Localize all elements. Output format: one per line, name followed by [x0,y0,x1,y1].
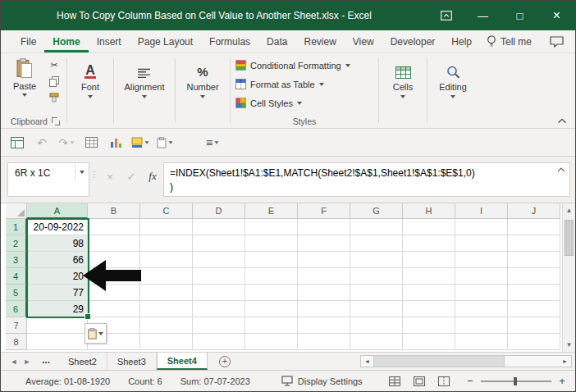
enter-button[interactable]: ✓ [121,168,142,185]
column-header-J[interactable]: J [508,203,560,219]
cell-F2[interactable] [298,235,350,252]
display-settings-button[interactable]: Display Settings [281,376,363,386]
more-sheets-indicator[interactable]: ... [34,353,58,370]
cell-G4[interactable] [350,268,403,285]
cell-A4[interactable]: 20 [27,268,88,285]
column-header-A[interactable]: A [27,203,88,219]
cell-F7[interactable] [298,317,350,334]
copy-button[interactable] [46,75,62,88]
column-header-F[interactable]: F [298,203,350,219]
cell-G7[interactable] [350,317,403,334]
table-button[interactable] [81,133,101,153]
cell-F5[interactable] [298,285,350,301]
format-painter-button[interactable] [46,91,62,104]
fill-color-button[interactable] [130,133,150,153]
cell-D8[interactable] [193,334,245,350]
cell-D2[interactable] [193,235,245,252]
column-header-D[interactable]: D [193,203,245,219]
row-header-5[interactable]: 5 [6,285,27,301]
cell-B1[interactable] [88,219,140,235]
cell-G6[interactable] [350,301,403,317]
row-header-8[interactable]: 8 [6,334,27,350]
minimize-button[interactable]: — [464,1,501,30]
normal-view-button[interactable] [385,373,405,390]
cell-E2[interactable] [245,235,298,252]
cell-F6[interactable] [298,301,350,317]
cell-F3[interactable] [298,252,350,268]
tab-home[interactable]: Home [44,30,88,52]
cell-G8[interactable] [350,334,403,350]
previous-sheet-button[interactable]: ◄ [7,353,21,370]
vertical-scroll-thumb[interactable] [565,220,574,256]
cell-G1[interactable] [350,219,403,235]
ribbon-display-options-button[interactable] [427,1,464,30]
tab-page-layout[interactable]: Page Layout [130,30,201,52]
cell-C8[interactable] [140,334,193,350]
cell-H5[interactable] [403,285,455,301]
cell-D1[interactable] [193,219,245,235]
row-header-6[interactable]: 6 [6,301,27,317]
tab-review[interactable]: Review [295,30,344,52]
scroll-up-button[interactable]: ▲ [563,203,575,217]
column-header-E[interactable]: E [245,203,298,219]
cell-F4[interactable] [298,268,350,285]
cell-A6[interactable]: 29 [27,301,88,317]
cell-C3[interactable] [140,252,193,268]
column-header-H[interactable]: H [403,203,455,219]
number-group-button[interactable]: % Number [177,55,228,128]
sheet-tab-sheet3[interactable]: Sheet3 [107,353,157,370]
cell-D7[interactable] [193,317,245,334]
tab-view[interactable]: View [345,30,382,52]
cell-E5[interactable] [245,285,298,301]
cell-B2[interactable] [88,235,140,252]
cut-button[interactable]: ✂ [46,58,62,71]
editing-group-button[interactable]: Editing [429,55,477,128]
row-header-7[interactable]: 7 [6,317,27,334]
cell-I5[interactable] [455,285,508,301]
cell-A7[interactable] [27,317,88,334]
tab-insert[interactable]: Insert [89,30,130,52]
close-button[interactable]: × [538,1,575,30]
cell-J3[interactable] [508,252,560,268]
cell-J5[interactable] [508,285,560,301]
cell-C1[interactable] [140,219,193,235]
cell-H6[interactable] [403,301,455,317]
cell-I7[interactable] [455,317,508,334]
tab-data[interactable]: Data [258,30,295,52]
tab-help[interactable]: Help [443,30,480,52]
cell-A2[interactable]: 98 [27,235,88,252]
cell-E8[interactable] [245,334,298,350]
chart-button[interactable] [106,133,126,153]
cell-G3[interactable] [350,252,403,268]
horizontal-scrollbar[interactable]: ◄ ► [360,355,572,367]
paste-special-button[interactable] [155,133,175,153]
format-as-table-button[interactable]: Format as Table [232,75,377,93]
cell-H8[interactable] [403,334,455,350]
cell-A3[interactable]: 66 [27,252,88,268]
cell-C4[interactable] [140,268,193,285]
cell-H3[interactable] [403,252,455,268]
scroll-down-button[interactable]: ▼ [563,338,575,352]
cell-A1[interactable]: 20-09-2022 [27,219,88,235]
sheet-tab-sheet2[interactable]: Sheet2 [58,353,107,370]
row-header-1[interactable]: 1 [6,219,27,235]
cell-J2[interactable] [508,235,560,252]
tab-file[interactable]: File [12,30,44,52]
cell-E1[interactable] [245,219,298,235]
horizontal-scroll-thumb[interactable] [373,356,505,367]
sheet-tab-sheet4[interactable]: Sheet4 [157,353,208,370]
row-header-2[interactable]: 2 [6,235,27,252]
cell-styles-button[interactable]: Cell Styles [232,94,377,112]
cell-I2[interactable] [455,235,508,252]
cell-G2[interactable] [350,235,403,252]
cell-I8[interactable] [455,334,508,350]
column-header-B[interactable]: B [88,203,140,219]
cells-group-button[interactable]: Cells [381,55,425,128]
cell-J8[interactable] [508,334,560,350]
cell-I1[interactable] [455,219,508,235]
clipboard-dialog-launcher[interactable] [52,117,60,125]
row-header-4[interactable]: 4 [6,268,27,285]
comments-button[interactable] [543,30,570,52]
cancel-button[interactable]: × [99,168,121,185]
page-layout-view-button[interactable] [409,373,429,390]
